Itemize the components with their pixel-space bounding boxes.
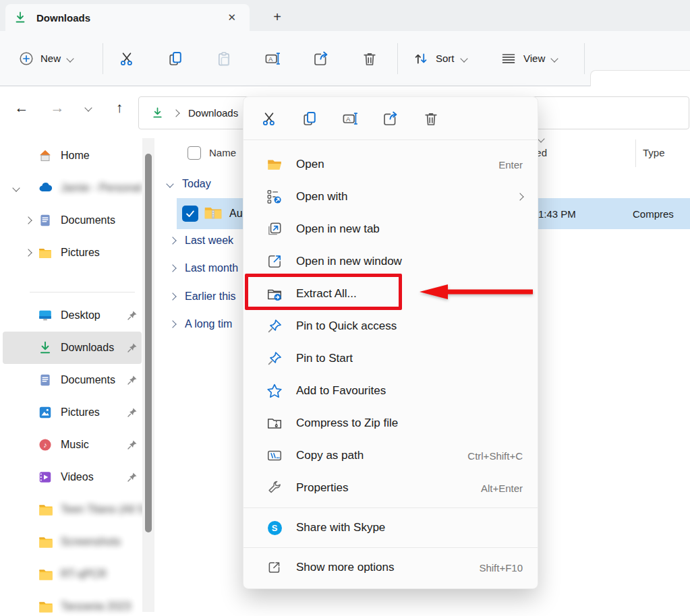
menu-item-open-in-new-tab[interactable]: Open in new tab (243, 213, 538, 245)
chevron-down-icon (460, 55, 467, 62)
column-header-name[interactable]: Name (209, 147, 236, 158)
sidebar-item-folder[interactable]: Teen Titans (All S (3, 493, 142, 526)
group-label: Last month (185, 262, 238, 274)
sidebar-item-documents-tree[interactable]: Documents (3, 204, 142, 237)
menu-item-open-in-new-window[interactable]: Open in new window (243, 245, 538, 278)
menu-item-open[interactable]: Open Enter (243, 148, 538, 181)
pin-icon (127, 407, 138, 418)
rename-icon[interactable]: A (337, 105, 364, 132)
chevron-right-icon (24, 216, 32, 224)
sidebar-item-label: Tanzania 2023 (61, 600, 131, 613)
sidebar-item-folder[interactable]: Screenshots (3, 526, 142, 558)
file-date-modified: 1:43 PM (538, 208, 576, 220)
pin-icon (127, 375, 138, 386)
sidebar-item-label: Downloads (61, 342, 114, 354)
sidebar-item-label: RT-qPCR (61, 568, 107, 580)
menu-item-open-with[interactable]: Open with (243, 181, 538, 213)
rename-button[interactable]: A (264, 31, 281, 86)
menu-item-properties[interactable]: Properties Alt+Enter (243, 472, 538, 504)
sidebar-item-desktop[interactable]: Desktop (3, 299, 142, 332)
new-tab-button[interactable]: + (267, 7, 287, 27)
share-icon[interactable] (377, 105, 404, 132)
menu-item-pin-to-start[interactable]: Pin to Start (243, 342, 538, 375)
sidebar-item-home[interactable]: Home (3, 140, 142, 172)
sort-icon (413, 51, 429, 67)
chevron-down-icon (12, 184, 20, 191)
document-icon (38, 373, 53, 388)
share-button[interactable] (313, 31, 329, 86)
sidebar-item-pictures-tree[interactable]: Pictures (3, 237, 142, 269)
sidebar-scrollbar-thumb[interactable] (145, 154, 152, 532)
menu-item-share-with-skype[interactable]: S Share with Skype (243, 512, 538, 544)
group-header-last-week[interactable]: Last week (170, 230, 233, 251)
sidebar-item-label: Home (61, 150, 90, 162)
pin-icon (127, 310, 138, 321)
svg-text:A: A (268, 55, 273, 62)
view-button-label: View (523, 53, 545, 64)
menu-item-pin-to-quick-access[interactable]: Pin to Quick access (243, 310, 538, 342)
group-header-a-long-time-ago[interactable]: A long tim (170, 314, 232, 334)
sidebar-item-downloads[interactable]: Downloads (3, 332, 142, 364)
annotation-arrow (413, 282, 536, 301)
group-header-earlier-this-year[interactable]: Earlier this (170, 286, 236, 307)
sidebar-item-folder[interactable]: RT-qPCR (3, 558, 142, 590)
chevron-down-icon (551, 55, 558, 62)
copy-button[interactable] (167, 31, 183, 86)
recent-locations-button[interactable] (76, 86, 100, 129)
pin-icon (266, 318, 283, 334)
column-divider[interactable] (635, 140, 636, 167)
sidebar-divider (30, 292, 135, 292)
breadcrumb[interactable]: Downloads (188, 107, 238, 119)
paste-button[interactable] (216, 31, 232, 86)
menu-item-copy-as-path[interactable]: Copy as path Ctrl+Shift+C (243, 439, 538, 472)
videos-icon (38, 470, 53, 485)
back-button[interactable]: ← (9, 86, 34, 129)
sidebar-item-folder[interactable]: Tanzania 2023 (3, 590, 142, 616)
delete-button[interactable] (362, 31, 378, 86)
trash-icon[interactable] (418, 105, 444, 132)
select-all-checkbox[interactable] (188, 146, 201, 160)
sidebar: Home Jamie - Personal Documents Pictures (0, 131, 162, 616)
plus-circle-icon (19, 51, 34, 66)
forward-button[interactable]: → (45, 86, 69, 129)
download-icon (13, 11, 27, 24)
menu-divider (243, 507, 538, 508)
copy-icon[interactable] (296, 105, 323, 132)
sidebar-item-music[interactable]: ♪ Music (3, 429, 142, 461)
view-button[interactable]: View (500, 31, 557, 86)
sidebar-item-pictures[interactable]: Pictures (3, 396, 142, 429)
submenu-chevron-icon (516, 193, 523, 200)
menu-item-compress-to-zip[interactable]: Compress to Zip file (243, 407, 538, 439)
sidebar-item-documents[interactable]: Documents (3, 364, 142, 396)
star-icon (266, 383, 283, 399)
row-checkbox[interactable] (182, 206, 198, 222)
chevron-right-icon (169, 292, 176, 300)
sidebar-item-label: Jamie - Personal (61, 182, 142, 194)
group-label: Last week (185, 235, 233, 247)
new-button-label: New (40, 53, 61, 64)
sidebar-item-onedrive[interactable]: Jamie - Personal (3, 172, 142, 204)
svg-text:♪: ♪ (43, 441, 47, 449)
folder-icon (38, 534, 54, 550)
menu-divider (243, 547, 538, 548)
group-header-last-month[interactable]: Last month (170, 258, 238, 278)
cut-button[interactable] (119, 31, 135, 86)
menu-item-show-more-options[interactable]: Show more options Shift+F10 (243, 551, 538, 584)
new-button[interactable]: New (19, 31, 73, 86)
sidebar-item-videos[interactable]: Videos (3, 461, 142, 493)
close-icon[interactable]: ✕ (222, 10, 241, 25)
tab-downloads[interactable]: Downloads ✕ (5, 4, 250, 31)
group-header-today[interactable]: Today (167, 174, 211, 194)
paste-icon (216, 51, 232, 67)
sidebar-item-label: Pictures (61, 406, 100, 419)
menu-item-add-to-favourites[interactable]: Add to Favourites (243, 375, 538, 407)
sidebar-item-label: Documents (61, 214, 115, 226)
context-menu-icon-row: A (243, 97, 538, 140)
skype-icon: S (266, 520, 283, 536)
group-label: Earlier this (185, 290, 236, 303)
sort-button[interactable]: Sort (413, 31, 467, 86)
column-header-type[interactable]: Type (643, 147, 665, 158)
cut-icon[interactable] (256, 105, 283, 132)
up-button[interactable]: ↑ (107, 86, 132, 129)
pin-icon (127, 342, 138, 353)
